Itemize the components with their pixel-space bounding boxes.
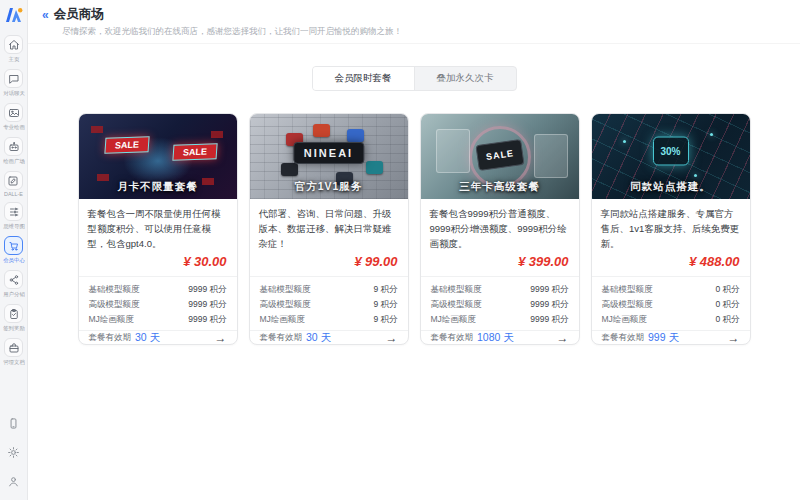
card-description: 享同款站点搭建服务、专属官方售后、1v1客服支持、后续免费更新。 <box>592 199 750 251</box>
quota-value: 9999 积分 <box>530 314 568 326</box>
card-image: SALESALE月卡不限量套餐 <box>79 114 237 199</box>
quota-value: 9999 积分 <box>530 284 568 296</box>
card-price: ¥ 99.00 <box>250 251 408 273</box>
sidebar-item-label: 会员中心 <box>3 256 25 264</box>
card-image: NINEAI官方1V1服务 <box>250 114 408 199</box>
quota-label: 基础模型额度 <box>89 284 140 296</box>
validity-label: 套餐有效期 <box>431 332 474 344</box>
card-price: ¥ 30.00 <box>79 251 237 273</box>
quota-label: MJ绘画额度 <box>89 314 134 326</box>
plan-card-3[interactable]: 30%同款站点搭建。享同款站点搭建服务、专属官方售后、1v1客服支持、后续免费更… <box>591 113 751 345</box>
page-header: « 会员商场 尽情探索，欢迎光临我们的在线商店，感谢您选择我们，让我们一同开启愉… <box>28 0 800 44</box>
quota-row: MJ绘画额度9 积分 <box>260 312 398 327</box>
quota-label: 高级模型额度 <box>260 299 311 311</box>
card-image-title: 月卡不限量套餐 <box>79 180 237 194</box>
tab-0[interactable]: 会员限时套餐 <box>313 67 415 90</box>
home-icon <box>4 35 23 54</box>
nineai-plate: NINEAI <box>293 142 364 164</box>
quota-value: 0 积分 <box>715 299 739 311</box>
sidebar-item-5[interactable]: 思维导图 <box>2 202 26 231</box>
collapse-sidebar-icon[interactable]: « <box>42 9 48 21</box>
sidebar-item-label: 签到奖励 <box>3 324 25 332</box>
quota-rows: 基础模型额度9 积分高级模型额度9 积分MJ绘画额度9 积分 <box>250 276 408 330</box>
quota-row: MJ绘画额度0 积分 <box>602 312 740 327</box>
validity-label: 套餐有效期 <box>260 332 303 344</box>
discount-tag: 30% <box>652 137 688 166</box>
card-image-title: 官方1V1服务 <box>250 180 408 194</box>
quota-rows: 基础模型额度0 积分高级模型额度0 积分MJ绘画额度0 积分 <box>592 276 750 330</box>
tab-1[interactable]: 叠加永久次卡 <box>415 67 516 90</box>
buy-arrow-icon[interactable]: → <box>215 331 227 345</box>
quota-label: MJ绘画额度 <box>260 314 305 326</box>
quota-row: 高级模型额度9999 积分 <box>89 297 227 312</box>
quota-value: 9999 积分 <box>188 284 226 296</box>
card-description: 套餐包含一周不限量使用任何模型额度积分、可以使用任意模型，包含gpt4.0。 <box>79 199 237 251</box>
quota-value: 0 积分 <box>715 284 739 296</box>
sidebar-item-2[interactable]: 专业绘画 <box>2 103 26 132</box>
sidebar-item-label: 主页 <box>8 55 19 63</box>
quota-value: 9999 积分 <box>188 299 226 311</box>
buy-arrow-icon[interactable]: → <box>386 331 398 345</box>
image-icon <box>4 103 23 122</box>
sidebar-item-0[interactable]: 主页 <box>4 35 23 64</box>
chat-icon <box>4 69 23 88</box>
plan-card-1[interactable]: NINEAI官方1V1服务代部署、咨询、日常问题、升级版本、数据迁移、解决日常疑… <box>249 113 409 345</box>
sidebar-item-1[interactable]: 对话聊天 <box>2 69 26 98</box>
sidebar-item-6[interactable]: 会员中心 <box>2 236 26 265</box>
card-image: SALE三年卡高级套餐 <box>421 114 579 199</box>
validity-value: 30 天 <box>306 331 331 345</box>
buy-arrow-icon[interactable]: → <box>557 331 569 345</box>
validity-value: 30 天 <box>135 331 160 345</box>
validity-label: 套餐有效期 <box>89 332 132 344</box>
sidebar-item-9[interactable]: 管理文档 <box>2 338 26 367</box>
sidebar-item-label: 管理文档 <box>3 358 25 366</box>
sidebar-item-7[interactable]: 用户分销 <box>2 270 26 299</box>
card-description: 代部署、咨询、日常问题、升级版本、数据迁移、解决日常疑难杂症！ <box>250 199 408 251</box>
quota-value: 0 积分 <box>715 314 739 326</box>
validity-value: 999 天 <box>648 331 679 345</box>
sidebar-item-label: 专业绘画 <box>3 123 25 131</box>
quota-label: 高级模型额度 <box>431 299 482 311</box>
quota-row: 高级模型额度9 积分 <box>260 297 398 312</box>
buy-arrow-icon[interactable]: → <box>728 331 740 345</box>
quota-label: MJ绘画额度 <box>431 314 476 326</box>
sidebar-item-3[interactable]: 绘画广场 <box>2 137 26 166</box>
quota-label: MJ绘画额度 <box>602 314 647 326</box>
card-footer: 套餐有效期30 天→ <box>250 330 408 345</box>
mobile-icon[interactable] <box>7 416 20 434</box>
plan-card-0[interactable]: SALESALE月卡不限量套餐套餐包含一周不限量使用任何模型额度积分、可以使用任… <box>78 113 238 345</box>
validity-label: 套餐有效期 <box>602 332 645 344</box>
quota-row: 基础模型额度9999 积分 <box>431 282 569 297</box>
user-icon[interactable] <box>7 474 20 492</box>
mindmap-icon <box>4 202 23 221</box>
sidebar-item-label: DALL-E <box>4 191 23 196</box>
clipboard-icon <box>4 304 23 323</box>
quota-rows: 基础模型额度9999 积分高级模型额度9999 积分MJ绘画额度9999 积分 <box>79 276 237 330</box>
card-footer: 套餐有效期1080 天→ <box>421 330 579 345</box>
plan-card-2[interactable]: SALE三年卡高级套餐套餐包含9999积分普通额度、9999积分增强额度、999… <box>420 113 580 345</box>
quota-row: 基础模型额度0 积分 <box>602 282 740 297</box>
quota-label: 基础模型额度 <box>602 284 653 296</box>
quota-value: 9 积分 <box>373 314 397 326</box>
quota-label: 基础模型额度 <box>431 284 482 296</box>
quota-row: 高级模型额度0 积分 <box>602 297 740 312</box>
quota-value: 9999 积分 <box>530 299 568 311</box>
page-title: 会员商场 <box>54 6 104 23</box>
plan-tabs: 会员限时套餐叠加永久次卡 <box>312 66 517 91</box>
sidebar-item-8[interactable]: 签到奖励 <box>2 304 26 333</box>
quota-row: 高级模型额度9999 积分 <box>431 297 569 312</box>
sale-badge: SALE <box>105 136 150 154</box>
card-price: ¥ 488.00 <box>592 251 750 273</box>
sidebar-nav: 主页对话聊天专业绘画绘画广场DALL-E思维导图会员中心用户分销签到奖励管理文档 <box>2 35 26 367</box>
theme-sun-icon[interactable] <box>7 445 20 463</box>
quota-rows: 基础模型额度9999 积分高级模型额度9999 积分MJ绘画额度9999 积分 <box>421 276 579 330</box>
cart-icon <box>4 236 23 255</box>
page-subtitle: 尽情探索，欢迎光临我们的在线商店，感谢您选择我们，让我们一同开启愉悦的购物之旅！ <box>62 26 786 38</box>
robot-icon <box>4 137 23 156</box>
share-icon <box>4 270 23 289</box>
card-image-title: 三年卡高级套餐 <box>421 180 579 194</box>
sidebar-item-4[interactable]: DALL-E <box>3 171 24 197</box>
sidebar-item-label: 思维导图 <box>3 222 25 230</box>
sidebar-item-label: 绘画广场 <box>3 157 25 165</box>
plan-cards: SALESALE月卡不限量套餐套餐包含一周不限量使用任何模型额度积分、可以使用任… <box>28 113 800 345</box>
